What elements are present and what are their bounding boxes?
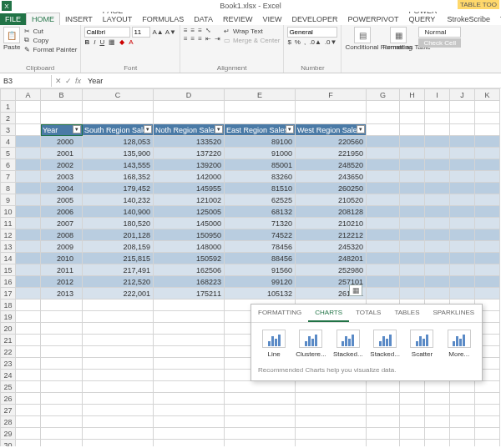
- cell[interactable]: [154, 300, 225, 311]
- cell[interactable]: [367, 405, 400, 416]
- cell[interactable]: [450, 229, 475, 241]
- cell[interactable]: [367, 159, 400, 171]
- number-format-select[interactable]: [287, 27, 337, 38]
- col-header-D[interactable]: D: [154, 89, 225, 101]
- qa-tab-totals[interactable]: TOTALS: [349, 305, 387, 322]
- cell[interactable]: 212,520: [83, 276, 154, 288]
- cell[interactable]: [400, 136, 425, 148]
- cell[interactable]: [41, 113, 83, 124]
- cell[interactable]: [475, 381, 500, 393]
- comma-icon[interactable]: ,: [304, 38, 306, 46]
- tab-formulas[interactable]: FORMULAS: [137, 13, 189, 25]
- cell[interactable]: [154, 311, 225, 323]
- row-header[interactable]: 27: [1, 405, 16, 416]
- cell[interactable]: 2011: [41, 264, 83, 276]
- cell[interactable]: 217,491: [83, 264, 154, 276]
- row-header[interactable]: 13: [1, 241, 16, 253]
- cell[interactable]: [400, 288, 425, 300]
- cell[interactable]: [154, 335, 225, 346]
- tab-insert[interactable]: INSERT: [60, 13, 98, 25]
- cell[interactable]: 215,815: [83, 253, 154, 264]
- cell[interactable]: [83, 335, 154, 346]
- style-check-cell[interactable]: Check Cell: [418, 38, 461, 48]
- cell[interactable]: [367, 264, 400, 276]
- cell[interactable]: [450, 381, 475, 393]
- cell[interactable]: [450, 171, 475, 183]
- filter-dropdown-icon[interactable]: ▾: [215, 125, 223, 133]
- cell[interactable]: [367, 113, 400, 124]
- fill-color-button[interactable]: ◆: [119, 38, 124, 46]
- cell[interactable]: 248520: [296, 159, 367, 171]
- cell[interactable]: [16, 300, 41, 311]
- row-header[interactable]: 26: [1, 393, 16, 405]
- cell[interactable]: [450, 136, 475, 148]
- cell[interactable]: [400, 440, 425, 447]
- col-header-A[interactable]: A: [16, 89, 41, 101]
- filter-dropdown-icon[interactable]: ▾: [357, 125, 365, 133]
- cell[interactable]: 135,900: [83, 148, 154, 159]
- cell[interactable]: [16, 124, 41, 136]
- formula-value[interactable]: Year: [84, 77, 103, 85]
- cell[interactable]: [83, 346, 154, 358]
- cell[interactable]: [41, 416, 83, 428]
- cell[interactable]: 133520: [154, 136, 225, 148]
- cell[interactable]: 78456: [225, 241, 296, 253]
- cell[interactable]: 221950: [296, 148, 367, 159]
- align-bot-icon[interactable]: ≡: [198, 27, 202, 34]
- cell[interactable]: 140,900: [83, 206, 154, 218]
- cell[interactable]: 2000: [41, 136, 83, 148]
- tab-team[interactable]: TEAM: [495, 13, 501, 25]
- cell[interactable]: [425, 276, 450, 288]
- cell[interactable]: 121002: [154, 194, 225, 206]
- cell[interactable]: [83, 113, 154, 124]
- cell[interactable]: [400, 171, 425, 183]
- cell[interactable]: [450, 440, 475, 447]
- cell[interactable]: [400, 264, 425, 276]
- cell[interactable]: [475, 101, 500, 113]
- cell[interactable]: 179,452: [83, 183, 154, 194]
- col-header-E[interactable]: E: [225, 89, 296, 101]
- cell[interactable]: [296, 405, 367, 416]
- cell[interactable]: 210210: [296, 218, 367, 229]
- cell[interactable]: [400, 229, 425, 241]
- tab-file[interactable]: FILE: [0, 13, 26, 25]
- cell[interactable]: 208128: [296, 206, 367, 218]
- tab-strokescribe[interactable]: StrokeScribe: [442, 13, 495, 25]
- cell[interactable]: [225, 428, 296, 440]
- merge-center-button[interactable]: ▭Merge & Center: [223, 36, 280, 44]
- cell[interactable]: [367, 276, 400, 288]
- format-painter-button[interactable]: ✎Format Painter: [23, 45, 77, 53]
- cell[interactable]: [425, 124, 450, 136]
- cell[interactable]: [400, 416, 425, 428]
- cell[interactable]: [83, 323, 154, 335]
- cell[interactable]: [475, 440, 500, 447]
- indent-dec-icon[interactable]: ⇤: [205, 35, 211, 43]
- cell[interactable]: [450, 159, 475, 171]
- cell[interactable]: 220560: [296, 136, 367, 148]
- col-header-C[interactable]: C: [83, 89, 154, 101]
- cell[interactable]: [296, 416, 367, 428]
- qa-tab-tables[interactable]: TABLES: [387, 305, 426, 322]
- cell[interactable]: 99120: [225, 276, 296, 288]
- cell[interactable]: [154, 416, 225, 428]
- cell[interactable]: [83, 381, 154, 393]
- decimal-dec-icon[interactable]: .0▼: [325, 38, 337, 46]
- cell[interactable]: [296, 428, 367, 440]
- cell[interactable]: 150592: [154, 253, 225, 264]
- cell[interactable]: [475, 183, 500, 194]
- cell[interactable]: [425, 218, 450, 229]
- cell[interactable]: [296, 101, 367, 113]
- cell[interactable]: [400, 218, 425, 229]
- cell[interactable]: [367, 101, 400, 113]
- cell[interactable]: [16, 370, 41, 381]
- cell[interactable]: [400, 381, 425, 393]
- cell[interactable]: 180,520: [83, 218, 154, 229]
- col-header-[interactable]: [1, 89, 16, 101]
- cell[interactable]: [16, 323, 41, 335]
- cell[interactable]: [367, 288, 400, 300]
- cell[interactable]: [475, 229, 500, 241]
- cell[interactable]: [83, 358, 154, 370]
- cell[interactable]: [16, 171, 41, 183]
- cell[interactable]: [154, 346, 225, 358]
- cell[interactable]: [41, 428, 83, 440]
